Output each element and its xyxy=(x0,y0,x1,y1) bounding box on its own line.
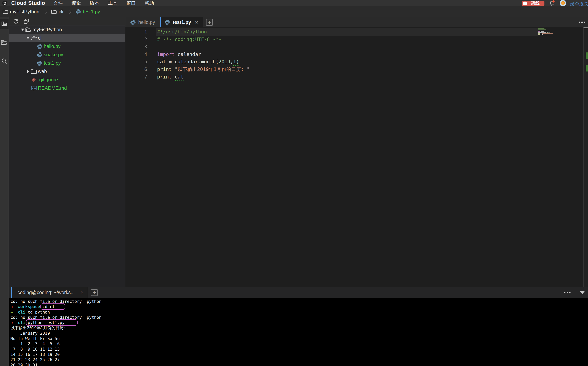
breadcrumb-item-project[interactable]: myFistPython xyxy=(3,9,39,15)
notification-dot xyxy=(552,0,555,2)
cloud-studio-logo-icon xyxy=(2,0,7,6)
tree-item-test1-py[interactable]: test1.py xyxy=(9,59,125,67)
minimap-line xyxy=(538,28,544,29)
terminal-output[interactable]: cd: no such file or directory: python → … xyxy=(9,298,588,366)
python-icon xyxy=(75,9,81,15)
editor-area: hello.py test1.py × + 1234567 #!/usr/bin… xyxy=(125,17,588,287)
tree-item-label: web xyxy=(38,69,47,74)
chevron-right-icon xyxy=(68,10,71,14)
open-folder-icon[interactable] xyxy=(0,37,8,48)
python-icon xyxy=(130,19,136,25)
menu-item-window[interactable]: 窗口 xyxy=(126,0,136,6)
terminal-more-actions-icon[interactable] xyxy=(564,292,571,293)
search-icon[interactable] xyxy=(0,56,8,66)
refresh-icon[interactable] xyxy=(13,19,18,24)
username[interactable]: 没仐没关系 xyxy=(570,1,588,7)
app-title: Cloud Studio xyxy=(11,0,45,6)
activity-bar xyxy=(0,17,9,366)
code-line-6: print "以下输出2019年1月份的日历: " xyxy=(157,66,250,73)
menu-item-tools[interactable]: 工具 xyxy=(108,0,118,6)
tree-item-label: test1.py xyxy=(44,60,61,66)
terminal-tab-label: coding@coding: ~/works... xyxy=(17,290,75,295)
breadcrumb-item-file[interactable]: test1.py xyxy=(75,9,100,15)
folder-open-icon xyxy=(31,36,38,41)
file-explorer-panel: myFistPythonclihello.pysnake.pytest1.pyw… xyxy=(9,17,125,287)
terminal-panel: coding@coding: ~/works... × + cd: no suc… xyxy=(9,287,588,366)
code-editor[interactable]: 1234567 #!/usr/bin/python# -*- coding:UT… xyxy=(125,27,588,287)
tree-item-label: myFistPython xyxy=(32,27,62,32)
code-content: #!/usr/bin/python# -*- coding:UTF-8 -*- … xyxy=(157,28,250,81)
breadcrumb-item-folder[interactable]: cli xyxy=(51,9,63,15)
menu-item-edit[interactable]: 编辑 xyxy=(71,0,81,6)
python-icon xyxy=(165,19,170,25)
notification-bell-icon[interactable] xyxy=(549,0,554,6)
chevron-down-icon[interactable] xyxy=(20,29,25,31)
breadcrumb-label: test1.py xyxy=(83,9,100,15)
tree-item-label: cli xyxy=(38,35,43,41)
offline-label: 离线 xyxy=(531,0,540,6)
python-icon xyxy=(37,52,44,58)
collapse-panel-icon[interactable] xyxy=(580,291,585,294)
code-line-2: # -*- coding:UTF-8 -*- xyxy=(157,36,250,43)
tab-hello-py[interactable]: hello.py xyxy=(125,17,160,27)
minimap-line xyxy=(538,31,544,32)
tree-item-label: hello.py xyxy=(44,44,61,49)
offline-status-badge[interactable]: 离线 xyxy=(522,1,544,6)
editor-tab-strip: hello.py test1.py × + xyxy=(125,17,588,27)
git-icon xyxy=(31,77,38,83)
close-icon[interactable]: × xyxy=(195,19,198,25)
code-line-7: print cal xyxy=(157,73,250,81)
chevron-down-icon[interactable] xyxy=(25,37,31,39)
code-line-4: import calendar xyxy=(157,51,250,58)
tree-item-web[interactable]: web xyxy=(9,67,125,76)
terminal-tab[interactable]: coding@coding: ~/works... × xyxy=(11,287,88,298)
menu-item-file[interactable]: 文件 xyxy=(53,0,63,6)
explorer-icon[interactable] xyxy=(0,19,8,29)
close-icon[interactable]: × xyxy=(80,290,83,296)
line-number-gutter: 1234567 xyxy=(125,28,147,81)
minimap-line xyxy=(538,34,543,35)
folder-closed-icon xyxy=(31,69,38,74)
code-line-1: #!/usr/bin/python xyxy=(157,28,250,36)
breadcrumb-label: cli xyxy=(59,9,63,15)
minimap-line xyxy=(538,29,546,30)
tree-item-label: README.md xyxy=(38,85,67,91)
folder-icon xyxy=(51,9,57,14)
minimap-line xyxy=(538,33,553,34)
menu-item-help[interactable]: 帮助 xyxy=(145,0,154,6)
breadcrumb: myFistPython cli test1.py xyxy=(0,6,588,17)
tab-label: test1.py xyxy=(173,19,191,25)
code-line-3 xyxy=(157,43,250,51)
menu-items: 文件 编辑 版本 工具 窗口 帮助 xyxy=(53,0,154,6)
tree-item-cli[interactable]: cli xyxy=(9,34,125,42)
tree-item-snake-py[interactable]: snake.py xyxy=(9,51,125,59)
python-icon xyxy=(37,60,44,66)
terminal-tab-strip: coding@coding: ~/works... × + xyxy=(9,287,588,298)
collapse-all-icon[interactable] xyxy=(24,19,29,24)
folder-icon xyxy=(3,9,8,14)
new-terminal-button[interactable]: + xyxy=(91,289,98,296)
problem-marker[interactable] xyxy=(586,65,588,71)
menu-item-version[interactable]: 版本 xyxy=(90,0,99,6)
editor-more-actions-icon[interactable] xyxy=(579,22,585,23)
folder-open-icon xyxy=(25,27,32,32)
tab-label: hello.py xyxy=(138,19,155,25)
minimap-line xyxy=(538,32,550,33)
scrollbar-thumb[interactable] xyxy=(584,27,588,28)
scrollbar[interactable] xyxy=(583,27,588,287)
divider xyxy=(88,287,88,298)
tree-item-readme-md[interactable]: README.md xyxy=(9,84,125,92)
tree-item-hello-py[interactable]: hello.py xyxy=(9,42,125,51)
tab-test1-py[interactable]: test1.py × xyxy=(160,17,203,27)
new-tab-button[interactable]: + xyxy=(206,19,213,26)
readme-icon xyxy=(31,86,38,91)
problem-marker[interactable] xyxy=(586,53,588,59)
tree-item-label: .gitignore xyxy=(38,77,58,83)
chevron-right-icon[interactable] xyxy=(25,70,31,73)
chevron-right-icon xyxy=(44,10,48,14)
menu-bar: Cloud Studio 文件 编辑 版本 工具 窗口 帮助 离线 没仐没关系 xyxy=(0,0,588,6)
user-avatar[interactable] xyxy=(560,0,566,6)
tree-item-myfistpython[interactable]: myFistPython xyxy=(9,25,125,34)
offline-toggle-icon xyxy=(523,1,527,5)
tree-item--gitignore[interactable]: .gitignore xyxy=(9,76,125,84)
